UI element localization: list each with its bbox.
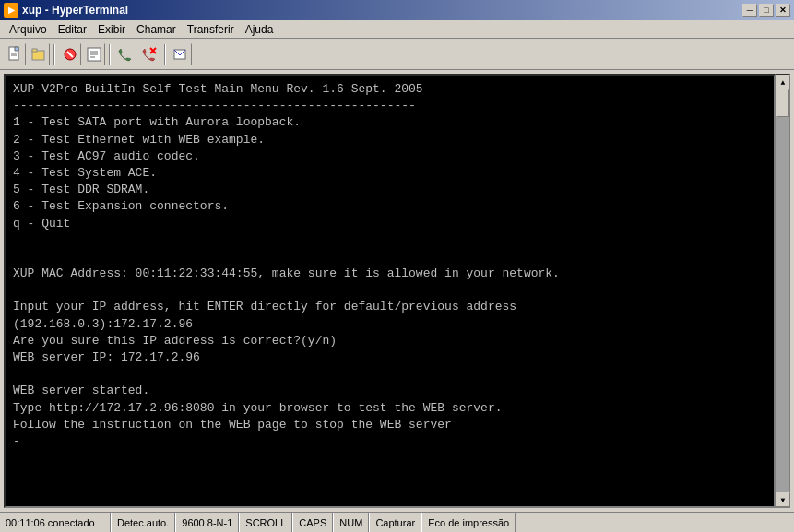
connect-button[interactable] <box>114 43 136 65</box>
window-controls: ─ □ ✕ <box>742 4 790 17</box>
terminal-container[interactable]: XUP-V2Pro BuiltIn Self Test Main Menu Re… <box>4 74 776 508</box>
menu-transferir[interactable]: Transferir <box>182 21 240 38</box>
status-detect: Detec.auto. <box>111 513 175 532</box>
svg-rect-4 <box>32 49 37 52</box>
minimize-button[interactable]: ─ <box>742 4 757 17</box>
window-title: xup - HyperTerminal <box>22 4 128 17</box>
status-num: NUM <box>333 513 369 532</box>
separator-3 <box>164 44 166 65</box>
menu-bar: Arquivo Editar Exibir Chamar Transferir … <box>0 20 794 39</box>
separator-1 <box>53 44 55 65</box>
status-baudrate: 9600 8-N-1 <box>175 513 239 532</box>
toolbar <box>0 39 794 70</box>
main-area: XUP-V2Pro BuiltIn Self Test Main Menu Re… <box>0 70 794 512</box>
send-button[interactable] <box>170 43 192 65</box>
menu-exibir[interactable]: Exibir <box>92 21 131 38</box>
menu-ajuda[interactable]: Ajuda <box>240 21 279 38</box>
disconnect2-button[interactable] <box>138 43 160 65</box>
disconnect-button[interactable] <box>59 43 81 65</box>
title-bar: ▶ xup - HyperTerminal ─ □ ✕ <box>0 0 794 20</box>
status-echo: Eco de impressão <box>421 513 516 532</box>
status-caps: CAPS <box>292 513 333 532</box>
app-icon: ▶ <box>4 3 18 18</box>
properties-button[interactable] <box>83 43 105 65</box>
status-scroll: SCROLL <box>239 513 292 532</box>
open-button[interactable] <box>28 43 50 65</box>
scrollbar[interactable]: ▲ ▼ <box>776 74 790 508</box>
maximize-button[interactable]: □ <box>759 4 774 17</box>
terminal-output: XUP-V2Pro BuiltIn Self Test Main Menu Re… <box>6 76 774 455</box>
close-button[interactable]: ✕ <box>776 4 790 17</box>
scroll-down-button[interactable]: ▼ <box>776 492 790 507</box>
status-bar: 00:11:06 conectado Detec.auto. 9600 8-N-… <box>0 512 794 532</box>
scroll-thumb[interactable] <box>776 89 789 117</box>
separator-2 <box>109 44 111 65</box>
new-button[interactable] <box>4 43 26 65</box>
menu-arquivo[interactable]: Arquivo <box>4 21 53 38</box>
menu-chamar[interactable]: Chamar <box>131 21 182 38</box>
status-connection: 00:11:06 conectado <box>0 513 111 532</box>
menu-editar[interactable]: Editar <box>53 21 92 38</box>
status-capture: Capturar <box>369 513 421 532</box>
title-bar-left: ▶ xup - HyperTerminal <box>4 3 128 18</box>
scroll-track[interactable] <box>776 89 789 492</box>
scroll-up-button[interactable]: ▲ <box>776 75 790 89</box>
